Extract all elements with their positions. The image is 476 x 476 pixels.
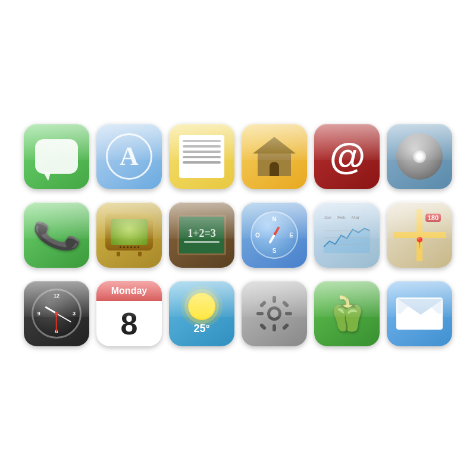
speaker-dot xyxy=(123,246,125,248)
settings-app-icon[interactable] xyxy=(242,281,307,346)
tv-leg-right xyxy=(138,252,142,256)
maps-view: 180 📍 xyxy=(393,209,446,261)
maps-route-badge: 180 xyxy=(425,214,441,222)
svg-rect-11 xyxy=(259,323,267,331)
stocks-label-jan: Jan xyxy=(324,215,331,220)
home-app-icon[interactable] xyxy=(242,124,307,189)
note-line-3 xyxy=(183,151,221,153)
calendar-body: 8 xyxy=(121,301,138,346)
tv-body xyxy=(105,214,153,250)
svg-rect-7 xyxy=(256,312,264,315)
clock-second-hand xyxy=(56,314,57,331)
house-roof xyxy=(253,137,296,154)
note-line-5 xyxy=(183,161,221,164)
note-line-1 xyxy=(183,140,221,142)
clock-num-3: 3 xyxy=(73,311,76,317)
sun-icon xyxy=(188,293,215,320)
clock-face: 12 3 6 9 xyxy=(32,289,82,339)
stocks-label-mar: Mar xyxy=(352,215,360,220)
house-body xyxy=(258,154,291,176)
speaker-dot xyxy=(127,246,129,248)
svg-rect-8 xyxy=(285,312,292,315)
stocks-label-feb: Feb xyxy=(337,215,346,220)
calendar-day-number: 8 xyxy=(121,308,138,339)
stocks-line-chart xyxy=(324,221,370,255)
compass-app-icon[interactable]: N S E O xyxy=(242,202,307,268)
note-line-2 xyxy=(183,145,221,148)
svg-point-4 xyxy=(270,309,278,318)
calendar-app-icon[interactable]: Monday 8 xyxy=(96,281,162,346)
speech-bubble-icon xyxy=(35,139,78,174)
chalkboard-app-icon[interactable]: 1+2=3 xyxy=(169,202,234,268)
phone-handset-icon: 📞 xyxy=(30,209,84,262)
speaker-dot xyxy=(120,246,121,248)
mail-app-icon[interactable] xyxy=(387,281,452,346)
chalkboard-board: 1+2=3 xyxy=(177,215,226,255)
stocks-svg xyxy=(324,221,370,255)
house-icon xyxy=(253,137,296,176)
house-door xyxy=(270,162,279,176)
compass-face: N S E O xyxy=(250,211,298,259)
svg-rect-12 xyxy=(282,323,290,331)
settings-gear-svg xyxy=(253,292,296,335)
speaker-dot xyxy=(134,246,136,248)
tv-leg-left xyxy=(117,252,120,256)
weather-app-icon[interactable]: 25° xyxy=(169,281,234,346)
clock-num-12: 12 xyxy=(54,293,60,299)
cd-disc-icon xyxy=(396,133,443,180)
envelope-icon xyxy=(396,298,443,330)
svg-rect-6 xyxy=(273,324,276,331)
at-mail-app-icon[interactable]: @ xyxy=(314,124,380,189)
appstore-circle: A xyxy=(106,133,152,180)
calendar-header: Monday xyxy=(96,281,162,301)
speaker-dot xyxy=(137,246,139,248)
notes-app-icon[interactable] xyxy=(169,124,234,189)
food-app-icon[interactable]: 🫑 xyxy=(314,281,380,346)
gear-icon xyxy=(253,292,296,335)
speaker-dot xyxy=(130,246,132,248)
chalk-equation: 1+2=3 xyxy=(187,227,216,240)
compass-north: N xyxy=(272,216,276,223)
app-icon-grid: A @ 📞 xyxy=(12,112,464,364)
compass-south: S xyxy=(273,248,277,254)
cd-center xyxy=(413,150,426,163)
svg-rect-9 xyxy=(259,300,267,308)
tv-app-icon[interactable] xyxy=(96,202,162,268)
ipod-app-icon[interactable] xyxy=(387,124,452,189)
tv-legs xyxy=(117,252,142,256)
svg-rect-5 xyxy=(273,296,276,303)
stocks-x-labels: Jan Feb Mar xyxy=(324,215,370,220)
clock-num-9: 9 xyxy=(37,311,40,317)
note-line-4 xyxy=(183,156,221,158)
envelope-flap xyxy=(397,299,444,315)
messages-app-icon[interactable] xyxy=(24,124,89,189)
phone-app-icon[interactable]: 📞 xyxy=(24,202,89,268)
maps-road-vertical xyxy=(416,209,422,261)
stocks-chart-container: Jan Feb Mar xyxy=(320,211,374,259)
stocks-app-icon[interactable]: Jan Feb Mar xyxy=(314,202,380,268)
maps-location-pin: 📍 xyxy=(413,236,426,249)
pepper-icon: 🫑 xyxy=(326,294,368,333)
clock-app-icon[interactable]: 12 3 6 9 xyxy=(24,281,89,346)
svg-rect-10 xyxy=(282,300,290,308)
compass-east: E xyxy=(289,232,293,239)
clock-center-dot xyxy=(55,312,58,315)
at-sign-icon: @ xyxy=(329,138,365,175)
clock-minute-hand xyxy=(57,313,71,322)
appstore-letter: A xyxy=(120,143,139,170)
weather-display: 25° xyxy=(188,293,215,335)
compass-west: O xyxy=(255,232,260,239)
appstore-app-icon[interactable]: A xyxy=(96,124,162,189)
calendar-month-label: Monday xyxy=(111,286,147,296)
maps-app-icon[interactable]: 180 📍 xyxy=(387,202,452,268)
weather-temperature: 25° xyxy=(193,322,209,335)
tv-container xyxy=(105,214,153,256)
tv-speaker xyxy=(105,246,153,248)
chalk-underline xyxy=(184,241,220,243)
notes-pad xyxy=(179,135,224,178)
tv-screen xyxy=(111,219,148,245)
